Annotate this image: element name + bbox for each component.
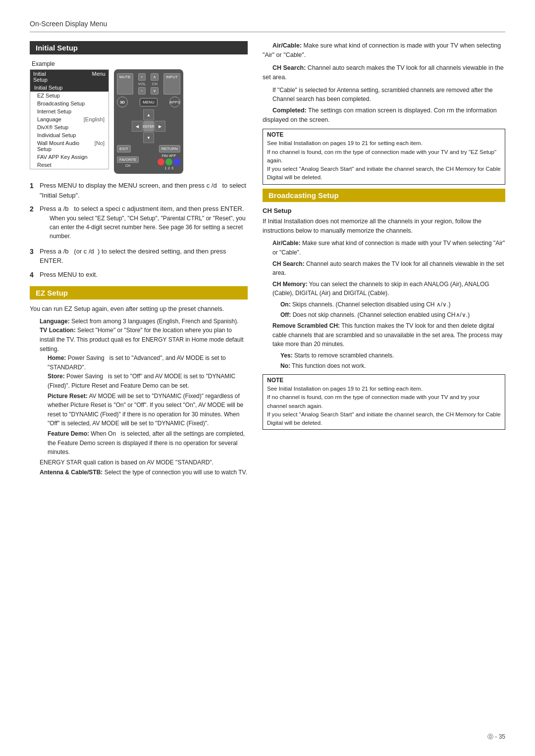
initial-setup-header: Initial Setup [30, 41, 248, 54]
dpad-left-button[interactable]: ◀ [132, 121, 143, 132]
ch-remove-scrambled: Remove Scrambled CH: This function makes… [272, 321, 505, 349]
blue-button[interactable] [173, 158, 180, 165]
note-box-top: NOTE See Initial Installation on pages 1… [263, 129, 505, 184]
note-text-bottom: See Initial Installation on pages 19 to … [267, 385, 501, 427]
red-button[interactable] [158, 158, 164, 165]
ez-picture-reset: Picture Reset: AV MODE will be set to "D… [48, 392, 248, 428]
return-button[interactable]: RETURN [159, 145, 180, 152]
ez-setup-header: EZ Setup [30, 286, 248, 300]
ch-up-button[interactable]: ∧ [151, 73, 159, 81]
fav-app-numbers: 1 2 3 [164, 166, 173, 170]
ez-energy-star: ENERGY STAR quali cation is based on AV … [40, 458, 248, 467]
dpad-empty-tr [155, 109, 165, 120]
green-button[interactable] [165, 158, 172, 165]
vol-down-button[interactable]: − [138, 87, 146, 95]
mute-button[interactable]: MUTE [117, 73, 133, 95]
note-label-top: NOTE [267, 131, 501, 138]
ch-setup-intro: If Initial Installation does not memoriz… [263, 217, 505, 236]
ch-setup-subtitle: CH Setup [263, 207, 505, 214]
fav-app-section: FAV APP 1 2 3 [158, 154, 180, 170]
steps-list: 1 Press MENU to display the MENU screen,… [30, 181, 248, 280]
ch-label-2: CH [125, 164, 130, 167]
note-label-bottom: NOTE [267, 377, 501, 384]
exit-return-row: EXIT RETURN [117, 145, 180, 152]
note-box-bottom: NOTE See Initial Installation on pages 1… [263, 374, 505, 430]
menu-item-divx-setup: DivX® Setup [30, 123, 108, 131]
right-column: Air/Cable: Make sure what kind of connec… [263, 41, 505, 477]
remote-bottom-row: FAVORITE CH FAV APP 1 [117, 154, 180, 170]
remote-mid-row: 3D MENU APPS [117, 97, 180, 107]
ch-no: No: This function does not work. [280, 361, 505, 371]
page-number: ⓪ - 35 [487, 733, 505, 741]
step-1: 1 Press MENU to display the MENU screen,… [30, 181, 248, 200]
apps-button[interactable]: APPS [169, 97, 180, 107]
page-header: On-Screen Display Menu [30, 20, 505, 32]
ez-antenna: Antenna & Cable/STB: Select the type of … [40, 468, 248, 477]
favorite-section: FAVORITE CH [117, 156, 139, 167]
ez-language: Language: Select from among 3 languages … [40, 317, 248, 326]
menu-item-reset: Reset [30, 161, 108, 169]
right-cable-note: If "Cable" is selected for Antenna setti… [272, 86, 505, 104]
dpad-up-button[interactable]: ▲ [143, 109, 154, 120]
ch-down-button[interactable]: ∨ [151, 87, 159, 95]
note-text-top: See Initial Installation on pages 19 to … [267, 139, 501, 182]
right-air-cable: Air/Cable: Make sure what kind of connec… [263, 41, 505, 60]
menu-item-individual-setup: Individual Setup [30, 131, 108, 139]
step-4: 4 Press MENU to exit. [30, 270, 248, 280]
ch-ch-memory: CH Memory: You can select the channels t… [272, 280, 505, 298]
menu-item-wall-mount: Wall Mount Audio Setup[No] [30, 139, 108, 153]
ch-label: CH [152, 82, 158, 86]
page-header-title: On-Screen Display Menu [30, 20, 107, 28]
ez-store: Store: Power Saving is set to "Off" and … [48, 372, 248, 390]
left-column: Initial Setup Example InitialSetup Menu … [30, 41, 248, 477]
ch-on: On: Skips channels. (Channel selection d… [280, 300, 505, 309]
enter-button[interactable]: ENTER [143, 121, 154, 132]
exit-button[interactable]: EXIT [117, 145, 131, 152]
menu-diagram: InitialSetup Menu Initial Setup EZ Setup… [30, 69, 248, 174]
menu-item-fav-app: FAV APP Key Assign [30, 153, 108, 161]
menu-item-broadcasting-setup: Broadcasting Setup [30, 100, 108, 107]
remote-control: MUTE + VOL − ∧ CH ∨ INPUT [114, 69, 183, 174]
step-3: 3 Press a /b (or c /d ) to select the de… [30, 247, 248, 266]
ch-ch-search: CH Search: Channel auto search makes the… [272, 259, 505, 278]
right-ch-search: CH Search: Channel auto search makes the… [263, 63, 505, 83]
dpad-empty-tl [132, 109, 143, 120]
ez-setup-intro: You can run EZ Setup again, even after s… [30, 304, 248, 314]
step-2: 2 Press a /b to select a speci c adjustm… [30, 204, 248, 243]
ch-yes: Yes: Starts to remove scrambled channels… [280, 351, 505, 360]
input-button[interactable]: INPUT [163, 73, 180, 95]
example-label: Example [32, 60, 248, 67]
menu-button[interactable]: MENU [140, 98, 158, 106]
vol-up-button[interactable]: + [138, 73, 146, 81]
ez-home: Home: Power Saving is set to "Advanced",… [48, 353, 248, 372]
dpad-empty-br [155, 132, 165, 143]
step-2-indent: When you select "EZ Setup", "CH Setup", … [50, 214, 248, 241]
vol-label: VOL [138, 82, 146, 86]
remote-top-row: MUTE + VOL − ∧ CH ∨ INPUT [117, 73, 180, 95]
favorite-button[interactable]: FAVORITE [117, 156, 139, 163]
menu-item-internet-setup: Internet Setup [30, 107, 108, 115]
dpad-empty-bl [132, 132, 143, 143]
broadcasting-setup-header: Broadcasting Setup [263, 189, 505, 202]
fav-app-label: FAV APP [162, 154, 176, 157]
3d-button[interactable]: 3D [117, 97, 128, 107]
ez-feature-demo: Feature Demo: When On is selected, after… [48, 429, 248, 457]
dpad-down-button[interactable]: ▼ [143, 132, 154, 143]
ch-off: Off: Does not skip channels. (Channel se… [280, 310, 505, 320]
ez-tv-location: TV Location: Select "Home" or "Store" fo… [40, 326, 248, 353]
ch-air-cable: Air/Cable: Make sure what kind of connec… [272, 239, 505, 257]
dpad: ▲ ◀ ENTER ▶ ▼ [132, 109, 165, 143]
menu-box-header: InitialSetup Menu [30, 70, 108, 84]
color-buttons [158, 158, 180, 165]
menu-item-language: Language[English] [30, 115, 108, 123]
menu-item-ez-setup: EZ Setup [30, 92, 108, 100]
menu-box: InitialSetup Menu Initial Setup EZ Setup… [30, 69, 109, 169]
menu-item-initial-setup: Initial Setup [30, 84, 108, 92]
right-completed: Completed: The settings con rmation scre… [263, 106, 505, 125]
dpad-right-button[interactable]: ▶ [155, 121, 165, 132]
